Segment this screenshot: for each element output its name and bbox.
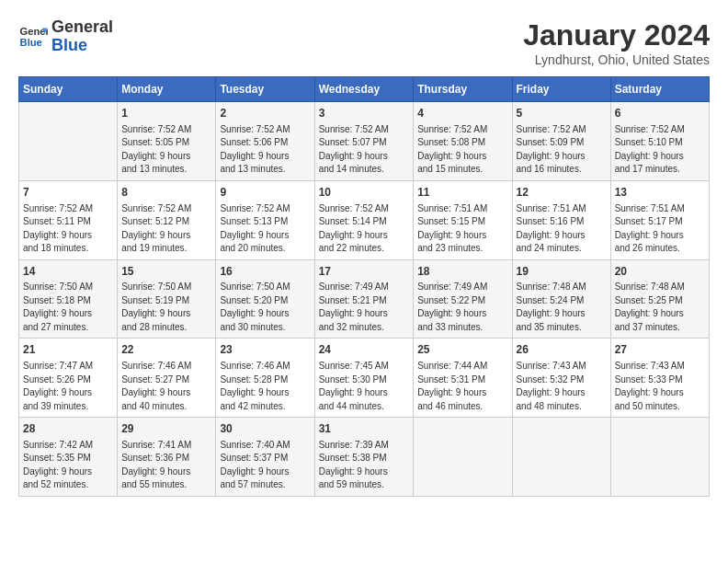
day-sun-info: Sunrise: 7:49 AM Sunset: 5:21 PM Dayligh… (319, 281, 410, 334)
day-number: 27 (615, 342, 705, 358)
day-sun-info: Sunrise: 7:43 AM Sunset: 5:32 PM Dayligh… (517, 360, 607, 413)
calendar-cell: 23Sunrise: 7:46 AM Sunset: 5:28 PM Dayli… (216, 339, 314, 418)
day-sun-info: Sunrise: 7:52 AM Sunset: 5:10 PM Dayligh… (615, 123, 705, 177)
day-sun-info: Sunrise: 7:52 AM Sunset: 5:13 PM Dayligh… (220, 202, 310, 256)
day-sun-info: Sunrise: 7:48 AM Sunset: 5:25 PM Dayligh… (615, 281, 705, 334)
calendar-cell (414, 418, 512, 497)
day-number: 26 (517, 342, 607, 358)
day-number: 3 (319, 106, 410, 121)
day-sun-info: Sunrise: 7:52 AM Sunset: 5:14 PM Dayligh… (319, 202, 410, 256)
day-number: 29 (121, 421, 211, 437)
calendar-week-row: 1Sunrise: 7:52 AM Sunset: 5:05 PM Daylig… (19, 102, 710, 181)
calendar-cell: 30Sunrise: 7:40 AM Sunset: 5:37 PM Dayli… (216, 418, 314, 497)
day-sun-info: Sunrise: 7:52 AM Sunset: 5:08 PM Dayligh… (417, 123, 507, 177)
weekday-header: Sunday (19, 77, 118, 102)
day-number: 11 (417, 185, 507, 201)
calendar-cell: 22Sunrise: 7:46 AM Sunset: 5:27 PM Dayli… (118, 339, 216, 418)
day-number: 16 (220, 264, 310, 280)
calendar-cell: 1Sunrise: 7:52 AM Sunset: 5:05 PM Daylig… (118, 102, 216, 181)
day-number: 14 (23, 264, 113, 280)
logo-line2: Blue (51, 37, 113, 55)
calendar-cell: 11Sunrise: 7:51 AM Sunset: 5:15 PM Dayli… (414, 180, 512, 259)
calendar-cell: 16Sunrise: 7:50 AM Sunset: 5:20 PM Dayli… (216, 259, 314, 339)
day-number: 20 (615, 264, 705, 280)
day-sun-info: Sunrise: 7:52 AM Sunset: 5:06 PM Dayligh… (220, 123, 310, 177)
day-number: 13 (615, 185, 705, 201)
day-sun-info: Sunrise: 7:52 AM Sunset: 5:09 PM Dayligh… (517, 123, 607, 177)
calendar-cell: 12Sunrise: 7:51 AM Sunset: 5:16 PM Dayli… (512, 180, 610, 259)
day-number: 25 (417, 342, 507, 358)
day-sun-info: Sunrise: 7:44 AM Sunset: 5:31 PM Dayligh… (417, 360, 507, 413)
day-sun-info: Sunrise: 7:52 AM Sunset: 5:12 PM Dayligh… (121, 202, 211, 256)
day-number: 10 (319, 185, 410, 201)
calendar-cell: 20Sunrise: 7:48 AM Sunset: 5:25 PM Dayli… (610, 259, 709, 339)
day-sun-info: Sunrise: 7:51 AM Sunset: 5:16 PM Dayligh… (517, 202, 607, 256)
logo: General Blue General Blue (18, 18, 113, 55)
day-sun-info: Sunrise: 7:50 AM Sunset: 5:20 PM Dayligh… (220, 281, 310, 334)
calendar-cell: 3Sunrise: 7:52 AM Sunset: 5:07 PM Daylig… (314, 102, 414, 181)
weekday-header: Saturday (610, 77, 709, 102)
weekday-header-row: SundayMondayTuesdayWednesdayThursdayFrid… (19, 77, 710, 102)
calendar-cell: 15Sunrise: 7:50 AM Sunset: 5:19 PM Dayli… (118, 259, 216, 339)
calendar-cell: 2Sunrise: 7:52 AM Sunset: 5:06 PM Daylig… (216, 102, 314, 181)
logo-icon: General Blue (18, 22, 48, 52)
day-number: 17 (319, 264, 410, 280)
calendar-cell: 27Sunrise: 7:43 AM Sunset: 5:33 PM Dayli… (610, 339, 709, 418)
day-sun-info: Sunrise: 7:52 AM Sunset: 5:05 PM Dayligh… (121, 123, 211, 177)
calendar-cell: 24Sunrise: 7:45 AM Sunset: 5:30 PM Dayli… (314, 339, 414, 418)
day-sun-info: Sunrise: 7:39 AM Sunset: 5:38 PM Dayligh… (319, 439, 410, 492)
weekday-header: Wednesday (314, 77, 414, 102)
day-number: 6 (615, 106, 705, 121)
day-sun-info: Sunrise: 7:41 AM Sunset: 5:36 PM Dayligh… (121, 439, 211, 492)
calendar-title: January 2024 (523, 18, 710, 52)
calendar-cell (512, 418, 610, 497)
day-sun-info: Sunrise: 7:51 AM Sunset: 5:15 PM Dayligh… (417, 202, 507, 256)
day-number: 30 (220, 421, 310, 437)
calendar-cell: 26Sunrise: 7:43 AM Sunset: 5:32 PM Dayli… (512, 339, 610, 418)
day-number: 2 (220, 106, 310, 121)
calendar-cell: 18Sunrise: 7:49 AM Sunset: 5:22 PM Dayli… (414, 259, 512, 339)
calendar-cell: 28Sunrise: 7:42 AM Sunset: 5:35 PM Dayli… (19, 418, 118, 497)
calendar-cell: 31Sunrise: 7:39 AM Sunset: 5:38 PM Dayli… (314, 418, 414, 497)
day-sun-info: Sunrise: 7:52 AM Sunset: 5:07 PM Dayligh… (319, 123, 410, 177)
day-number: 24 (319, 342, 410, 358)
day-sun-info: Sunrise: 7:43 AM Sunset: 5:33 PM Dayligh… (615, 360, 705, 413)
calendar-cell: 8Sunrise: 7:52 AM Sunset: 5:12 PM Daylig… (118, 180, 216, 259)
weekday-header: Thursday (414, 77, 512, 102)
calendar-cell: 29Sunrise: 7:41 AM Sunset: 5:36 PM Dayli… (118, 418, 216, 497)
day-number: 1 (121, 106, 211, 121)
calendar-cell: 14Sunrise: 7:50 AM Sunset: 5:18 PM Dayli… (19, 259, 118, 339)
day-sun-info: Sunrise: 7:46 AM Sunset: 5:28 PM Dayligh… (220, 360, 310, 413)
calendar-cell: 10Sunrise: 7:52 AM Sunset: 5:14 PM Dayli… (314, 180, 414, 259)
weekday-header: Monday (118, 77, 216, 102)
day-number: 23 (220, 342, 310, 358)
day-sun-info: Sunrise: 7:40 AM Sunset: 5:37 PM Dayligh… (220, 439, 310, 492)
day-sun-info: Sunrise: 7:47 AM Sunset: 5:26 PM Dayligh… (23, 360, 113, 413)
calendar-cell: 25Sunrise: 7:44 AM Sunset: 5:31 PM Dayli… (414, 339, 512, 418)
day-number: 12 (517, 185, 607, 201)
logo-line1: General (51, 18, 113, 37)
calendar-cell: 5Sunrise: 7:52 AM Sunset: 5:09 PM Daylig… (512, 102, 610, 181)
svg-text:Blue: Blue (20, 36, 42, 47)
page-header: General Blue General Blue January 2024 L… (18, 18, 710, 67)
day-number: 21 (23, 342, 113, 358)
day-sun-info: Sunrise: 7:42 AM Sunset: 5:35 PM Dayligh… (23, 439, 113, 492)
calendar-table: SundayMondayTuesdayWednesdayThursdayFrid… (18, 76, 710, 497)
weekday-header: Friday (512, 77, 610, 102)
day-number: 4 (417, 106, 507, 121)
calendar-week-row: 7Sunrise: 7:52 AM Sunset: 5:11 PM Daylig… (19, 180, 710, 259)
day-sun-info: Sunrise: 7:50 AM Sunset: 5:18 PM Dayligh… (23, 281, 113, 334)
day-number: 15 (121, 264, 211, 280)
calendar-week-row: 28Sunrise: 7:42 AM Sunset: 5:35 PM Dayli… (19, 418, 710, 497)
day-number: 22 (121, 342, 211, 358)
day-sun-info: Sunrise: 7:45 AM Sunset: 5:30 PM Dayligh… (319, 360, 410, 413)
calendar-cell: 21Sunrise: 7:47 AM Sunset: 5:26 PM Dayli… (19, 339, 118, 418)
calendar-cell (610, 418, 709, 497)
weekday-header: Tuesday (216, 77, 314, 102)
day-sun-info: Sunrise: 7:46 AM Sunset: 5:27 PM Dayligh… (121, 360, 211, 413)
calendar-cell: 6Sunrise: 7:52 AM Sunset: 5:10 PM Daylig… (610, 102, 709, 181)
calendar-cell (19, 102, 118, 181)
calendar-week-row: 21Sunrise: 7:47 AM Sunset: 5:26 PM Dayli… (19, 339, 710, 418)
calendar-cell: 7Sunrise: 7:52 AM Sunset: 5:11 PM Daylig… (19, 180, 118, 259)
calendar-week-row: 14Sunrise: 7:50 AM Sunset: 5:18 PM Dayli… (19, 259, 710, 339)
